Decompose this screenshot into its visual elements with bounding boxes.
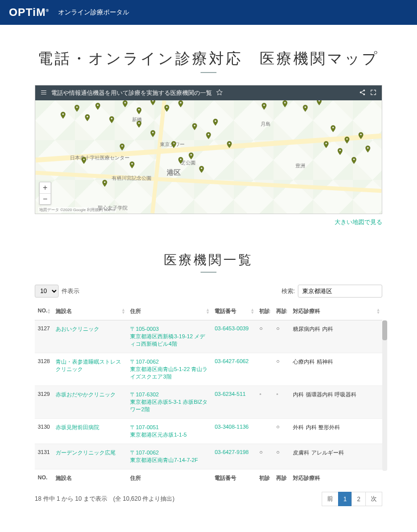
address-link[interactable]: 〒107-6302東京都港区赤坂5-3-1 赤坂BIZタワー2階 xyxy=(130,391,208,412)
map-bar-title: 電話や情報通信機器を用いて診療を実施する医療機関の一覧 xyxy=(51,89,212,97)
map-pin[interactable] xyxy=(118,142,126,152)
map-pin[interactable] xyxy=(149,128,157,139)
cell-dept: 内科 循環器内科 呼吸器科 xyxy=(290,386,382,419)
map-label: 港区 xyxy=(167,168,181,177)
map-pin[interactable] xyxy=(94,101,102,112)
tel-link[interactable]: 03-6427-6062 xyxy=(214,358,249,364)
facility-link[interactable]: 青山・表参道睡眠ストレスクリニック xyxy=(56,359,121,372)
map-canvas[interactable]: + − 地図データ ©2020 Google 利用規約 500 m 港区新橋豊洲… xyxy=(35,100,382,214)
list-icon[interactable] xyxy=(40,89,47,97)
map-label: 日本赤十字社医療センター xyxy=(70,154,130,161)
cell-re: ○ xyxy=(273,444,290,469)
pager-prev[interactable]: 前 xyxy=(322,492,339,506)
app-header: OPTiM® オンライン診療ポータル xyxy=(0,0,417,25)
list-title: 医療機関一覧 xyxy=(35,251,382,269)
pager-next[interactable]: 次 xyxy=(365,492,382,506)
map-pin[interactable] xyxy=(73,103,81,114)
col-header-re[interactable]: 再診▲▼ xyxy=(273,303,290,320)
search-box: 検索: xyxy=(281,285,382,298)
cell-no: 3128 xyxy=(35,353,53,386)
map-pin[interactable] xyxy=(322,139,330,150)
table-row: 3129赤坂おだやかクリニック〒107-6302東京都港区赤坂5-3-1 赤坂B… xyxy=(35,386,382,419)
col-footer-no: NO. xyxy=(35,469,53,487)
star-icon[interactable] xyxy=(216,89,223,97)
cell-no: 3127 xyxy=(35,320,53,353)
map-pin[interactable] xyxy=(329,123,337,134)
col-header-name[interactable]: 施設名▲▼ xyxy=(53,303,127,320)
cell-first xyxy=(256,353,273,386)
facility-link[interactable]: ガーデンクリニック広尾 xyxy=(56,450,116,456)
address-link[interactable]: 〒107-0062東京都港区南青山7-14-7-2F xyxy=(130,450,198,463)
map-pin[interactable] xyxy=(357,130,365,141)
cell-re: ○ xyxy=(273,353,290,386)
map-label: 有栖川宮記念公園 xyxy=(112,175,151,182)
facility-link[interactable]: 赤坂見附前田病院 xyxy=(56,424,99,430)
map-pin[interactable] xyxy=(128,159,136,170)
tel-link[interactable]: 03-3408-1136 xyxy=(214,424,249,430)
map-pin[interactable] xyxy=(108,114,116,125)
tel-link[interactable]: 03-6453-0039 xyxy=(214,325,249,331)
map-pin[interactable] xyxy=(59,110,67,121)
map-pin[interactable] xyxy=(80,155,88,166)
page-title: 電話・オンライン診療対応 医療機関マップ xyxy=(35,49,382,69)
search-input[interactable] xyxy=(298,285,382,298)
col-header-no[interactable]: NO.▲▼ xyxy=(35,303,53,320)
fullscreen-icon[interactable] xyxy=(370,89,377,97)
map-pin[interactable] xyxy=(177,155,185,166)
cell-re: ○ xyxy=(273,320,290,353)
pager-page-1[interactable]: 1 xyxy=(338,492,352,506)
tel-link[interactable]: 03-6234-511 xyxy=(214,391,245,397)
map-toolbar: 電話や情報通信機器を用いて診療を実施する医療機関の一覧 xyxy=(35,85,382,100)
table-scrollbar[interactable] xyxy=(382,320,387,471)
map-pin[interactable] xyxy=(260,101,268,112)
title-divider xyxy=(201,72,216,73)
col-footer-tel: 電話番号 xyxy=(211,469,256,487)
map-pin[interactable] xyxy=(225,139,233,150)
col-footer-dept: 対応診療科 xyxy=(290,469,382,487)
address-link[interactable]: 〒107-0051東京都港区元赤坂1-1-5 xyxy=(130,424,187,438)
col-header-first[interactable]: 初診▲▼ xyxy=(256,303,273,320)
map-pin[interactable] xyxy=(163,103,171,114)
map-pin[interactable] xyxy=(343,135,351,146)
map-pin[interactable] xyxy=(301,103,309,114)
length-suffix: 件表示 xyxy=(62,287,79,296)
map[interactable]: 電話や情報通信機器を用いて診療を実施する医療機関の一覧 + − 地図データ ©2… xyxy=(35,85,382,214)
map-pin[interactable] xyxy=(198,164,206,175)
col-header-tel[interactable]: 電話番号▲▼ xyxy=(211,303,256,320)
portal-name: オンライン診療ポータル xyxy=(58,8,129,17)
zoom-in-button[interactable]: + xyxy=(40,182,51,193)
table-row: 3127あおいクリニック〒105-0003東京都港区西新橋3-19-12 メディ… xyxy=(35,320,382,353)
map-pin[interactable] xyxy=(211,117,219,128)
zoom-out-button[interactable]: − xyxy=(40,193,51,204)
map-pin[interactable] xyxy=(336,146,344,157)
share-icon[interactable] xyxy=(359,89,366,97)
map-pin[interactable] xyxy=(364,144,372,154)
map-pin[interactable] xyxy=(101,178,109,189)
tel-link[interactable]: 03-6427-9198 xyxy=(214,449,249,455)
col-footer-first: 初診 xyxy=(256,469,273,487)
map-pin[interactable] xyxy=(170,139,178,150)
address-link[interactable]: 〒107-0062東京都港区南青山5-1-22 青山ライズスクエア3階 xyxy=(130,359,208,380)
cell-no: 3130 xyxy=(35,419,53,444)
facility-link[interactable]: あおいクリニック xyxy=(56,326,99,332)
cell-dept: 心療内科 精神科 xyxy=(290,353,382,386)
map-pin[interactable] xyxy=(187,151,195,161)
cell-dept: 皮膚科 アレルギー科 xyxy=(290,444,382,469)
cell-first: ○ xyxy=(256,320,273,353)
pager-page-2[interactable]: 2 xyxy=(351,492,366,506)
map-pin[interactable] xyxy=(191,121,199,132)
map-pin[interactable] xyxy=(135,105,143,116)
map-pin[interactable] xyxy=(83,112,91,123)
facility-link[interactable]: 赤坂おだやかクリニック xyxy=(56,391,116,397)
cell-first xyxy=(256,419,273,444)
map-label: 月島 xyxy=(261,121,271,128)
map-pin[interactable] xyxy=(205,130,212,141)
address-link[interactable]: 〒105-0003東京都港区西新橋3-19-12 メディコ西新橋ビル4階 xyxy=(130,326,205,347)
length-select[interactable]: 10 xyxy=(35,285,59,298)
map-pin[interactable] xyxy=(135,119,143,130)
col-header-addr[interactable]: 住所▲▼ xyxy=(127,303,211,320)
map-pin[interactable] xyxy=(350,155,358,166)
big-map-link[interactable]: 大きい地図で見る xyxy=(335,219,382,226)
table-row: 3128青山・表参道睡眠ストレスクリニック〒107-0062東京都港区南青山5-… xyxy=(35,353,382,386)
col-header-dept[interactable]: 対応診療科▲▼ xyxy=(290,303,382,320)
